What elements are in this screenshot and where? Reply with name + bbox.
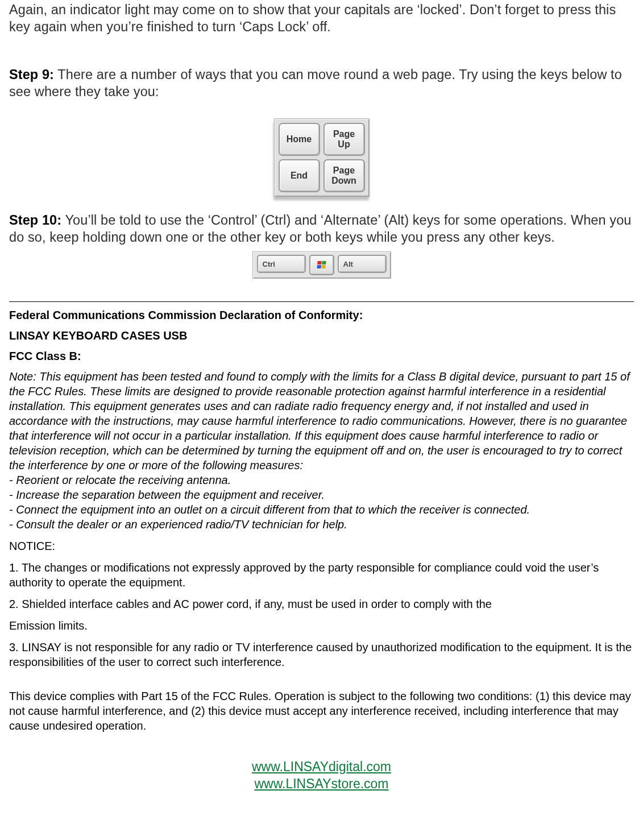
- fcc-notice-2b: Emission limits.: [9, 618, 634, 633]
- step-9-text: There are a number of ways that you can …: [9, 67, 622, 99]
- intro-paragraph: Again, an indicator light may come on to…: [9, 1, 634, 35]
- page-down-key: Page Down: [323, 159, 365, 192]
- fcc-note-body: Note: This equipment has been tested and…: [9, 369, 634, 473]
- fcc-product: LINSAY KEYBOARD CASES USB: [9, 328, 634, 343]
- fcc-notice-2: 2. Shielded interface cables and AC powe…: [9, 597, 634, 611]
- footer-links: www.LINSAYdigital.com www.LINSAYstore.co…: [9, 758, 634, 792]
- fcc-notice-3: 3. LINSAY is not responsible for any rad…: [9, 640, 634, 669]
- windows-icon: [317, 261, 326, 269]
- navigation-keys-figure: Home Page Up End Page Down: [9, 118, 634, 197]
- page-up-key: Page Up: [323, 123, 365, 156]
- fcc-compliance: This device complies with Part 15 of the…: [9, 689, 634, 733]
- fcc-notice-label: NOTICE:: [9, 539, 634, 553]
- fcc-section: Federal Communications Commission Declar…: [9, 308, 634, 733]
- step-10-text: You’ll be told to use the ‘Control’ (Ctr…: [9, 213, 632, 245]
- keypad: Home Page Up End Page Down: [274, 118, 370, 197]
- fcc-measure-1: - Reorient or relocate the receiving ant…: [9, 473, 634, 487]
- fcc-classb: FCC Class B:: [9, 349, 634, 363]
- step-10: Step 10: You’ll be told to use the ‘Cont…: [9, 212, 634, 246]
- fcc-measure-2: - Increase the separation between the eq…: [9, 487, 634, 502]
- link-linsaydigital[interactable]: www.LINSAYdigital.com: [252, 759, 391, 774]
- divider: [9, 301, 634, 302]
- windows-key: [309, 255, 334, 275]
- link-linsaystore[interactable]: www.LINSAYstore.com: [254, 776, 388, 791]
- end-key: End: [279, 159, 320, 192]
- fcc-notice-1: 1. The changes or modifications not expr…: [9, 560, 634, 590]
- home-key: Home: [279, 123, 320, 156]
- step-10-label: Step 10:: [9, 213, 61, 227]
- fcc-measure-3: - Connect the equipment into an outlet o…: [9, 502, 634, 517]
- modifier-keys-figure: Ctrl Alt: [252, 251, 391, 279]
- fcc-title: Federal Communications Commission Declar…: [9, 308, 634, 322]
- fcc-measure-4: - Consult the dealer or an experienced r…: [9, 517, 634, 532]
- step-9: Step 9: There are a number of ways that …: [9, 66, 634, 100]
- alt-key: Alt: [338, 255, 387, 273]
- ctrl-key: Ctrl: [257, 255, 306, 273]
- step-9-label: Step 9:: [9, 67, 54, 82]
